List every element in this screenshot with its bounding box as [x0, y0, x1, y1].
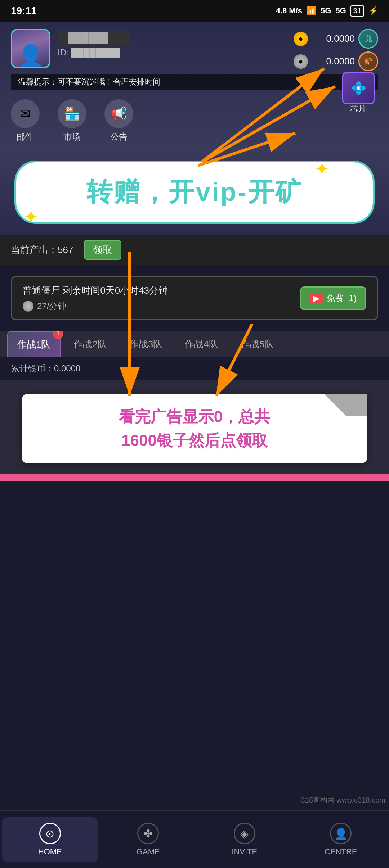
silver-currency-row: ● 0.0000 赠: [294, 51, 378, 71]
market-icon-item[interactable]: 🏪 市场: [58, 99, 86, 143]
gold-currency-row: ● 0.0000 兑: [294, 29, 378, 49]
battle-tab-4[interactable]: 作战4队: [175, 331, 227, 357]
market-label: 市场: [63, 131, 81, 143]
zombie-title: 普通僵尸 剩余时间0天0小时43分钟: [23, 284, 300, 297]
promo-section: 转赠，开vip-开矿 ✦ ✦: [0, 150, 389, 235]
notice-bar: 温馨提示：可不要沉迷哦！合理安排时间: [11, 74, 378, 90]
annotation-container: 看完广告显示0，总共1600银子然后点领取: [0, 380, 389, 474]
status-time: 19:11: [11, 5, 37, 17]
zombie-rate: 27/分钟: [23, 300, 300, 312]
production-label: 当前产出：567: [11, 244, 73, 256]
sparkle-icon-1: ✦: [23, 207, 39, 227]
zombie-card: 普通僵尸 剩余时间0天0小时43分钟 27/分钟 ▶ 免费 -1): [11, 276, 378, 320]
silver-icon: ●: [294, 54, 308, 69]
chip-label: 芯片: [343, 103, 374, 114]
gift-button[interactable]: 赠: [358, 51, 378, 71]
watermark: 318直构网 www.e318.com: [297, 794, 389, 807]
free-btn-label: 免费 -1): [326, 293, 357, 304]
tab-badge-1: 1: [53, 331, 63, 339]
avatar[interactable]: 👤: [11, 29, 50, 68]
mail-icon-item[interactable]: ✉ 邮件: [11, 99, 40, 143]
game-label: GAME: [137, 847, 160, 856]
home-label: HOME: [38, 847, 62, 856]
score-row: 累计银币：0.0000: [0, 357, 389, 380]
game-icon: ✤: [137, 823, 159, 844]
network-speed: 4.8 M/s: [276, 6, 302, 15]
charging-icon: ⚡: [368, 6, 378, 15]
bottom-nav: ⊙ HOME ✤ GAME ◈ INVITE 👤 CENTRE: [0, 810, 389, 868]
gold-value: 0.0000: [312, 33, 355, 44]
free-ad-button[interactable]: ▶ 免费 -1): [300, 286, 366, 310]
battle-tab-3[interactable]: 作战3队: [120, 331, 172, 357]
gold-icon: ●: [294, 32, 308, 46]
silver-value: 0.0000: [312, 56, 355, 67]
battle-tabs: 作战1队 1 作战2队 作战3队 作战4队 作战5队: [0, 331, 389, 357]
nav-home[interactable]: ⊙ HOME: [2, 817, 98, 862]
pink-divider: [0, 474, 389, 481]
invite-label: INVITE: [232, 847, 257, 856]
invite-icon: ◈: [234, 823, 255, 844]
annotation-text: 看完广告显示0，总共1600银子然后点领取: [36, 405, 353, 452]
game-header: 👤 ██████ ID: ████████ ● 0.0000 兑 ● 0.000…: [0, 22, 389, 150]
promo-text: 转赠，开vip-开矿: [86, 175, 303, 209]
profile-row: 👤 ██████ ID: ████████ ● 0.0000 兑 ● 0.000…: [11, 29, 378, 68]
claim-button[interactable]: 领取: [84, 240, 121, 260]
player-name: ██████: [58, 31, 130, 45]
zombie-info: 普通僵尸 剩余时间0天0小时43分钟 27/分钟: [23, 284, 300, 312]
production-bar: 当前产出：567 领取: [0, 235, 389, 265]
promo-button[interactable]: 转赠，开vip-开矿 ✦ ✦: [14, 161, 375, 224]
signal1: 5G: [321, 6, 331, 15]
home-icon: ⊙: [39, 823, 61, 844]
rate-value: 27/分钟: [37, 300, 66, 312]
avatar-character: 👤: [17, 45, 44, 67]
wifi-icon: 📶: [307, 6, 316, 15]
nav-centre[interactable]: 👤 CENTRE: [293, 817, 389, 862]
nav-invite[interactable]: ◈ INVITE: [196, 817, 293, 862]
battle-tab-2[interactable]: 作战2队: [64, 331, 116, 357]
signal2: 5G: [335, 6, 346, 15]
chip-icon-graphic: 💠: [350, 81, 367, 96]
video-icon: ▶: [310, 293, 323, 303]
annotation-box: 看完广告显示0，总共1600银子然后点领取: [22, 394, 367, 463]
battery-indicator: 31: [350, 5, 364, 17]
announcement-label: 公告: [110, 131, 128, 143]
nav-game[interactable]: ✤ GAME: [100, 817, 197, 862]
chip-icon-item[interactable]: 💠 芯片: [342, 72, 375, 104]
battle-tab-1[interactable]: 作战1队 1: [7, 331, 61, 357]
centre-icon: 👤: [330, 823, 352, 844]
mail-label: 邮件: [17, 131, 34, 143]
battle-tab-5[interactable]: 作战5队: [231, 331, 283, 357]
zombie-section: 普通僵尸 剩余时间0天0小时43分钟 27/分钟 ▶ 免费 -1): [0, 265, 389, 331]
notice-icon-item[interactable]: 📢 公告: [104, 99, 133, 143]
notice-text: 温馨提示：可不要沉迷哦！合理安排时间: [18, 77, 161, 86]
sparkle-icon-2: ✦: [314, 159, 330, 180]
battery-value: 31: [353, 7, 361, 15]
mail-icon: ✉: [11, 99, 40, 128]
announcement-icon: 📢: [104, 99, 133, 128]
status-bar: 19:11 4.8 M/s 📶 5G 5G 31 ⚡: [0, 0, 389, 22]
centre-label: CENTRE: [325, 847, 357, 856]
quick-icons-row: ✉ 邮件 🏪 市场 📢 公告: [11, 96, 378, 146]
silver-rate-icon: [23, 301, 33, 312]
score-text: 累计银币：0.0000: [11, 363, 80, 373]
exchange-button[interactable]: 兑: [358, 29, 378, 49]
currency-panel: ● 0.0000 兑 ● 0.0000 赠: [294, 29, 378, 71]
dark-spacer: [0, 481, 389, 632]
market-icon: 🏪: [58, 99, 86, 128]
